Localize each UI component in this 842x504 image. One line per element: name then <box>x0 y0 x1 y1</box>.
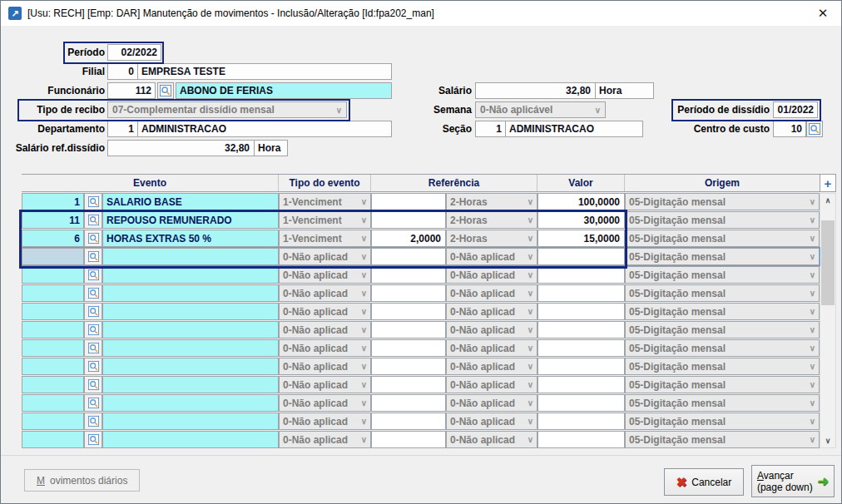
departamento-field[interactable]: 1 ADMINISTRACAO <box>107 121 392 137</box>
close-icon[interactable]: ✕ <box>812 3 834 23</box>
value-input[interactable]: 30,0000 <box>537 211 625 229</box>
event-code-cell[interactable] <box>22 431 84 448</box>
event-code-cell[interactable] <box>22 358 84 375</box>
advance-button[interactable]: Avançar (page down) ➜ <box>751 465 835 497</box>
salario-ref-field[interactable]: 32,80 Hora <box>107 140 288 156</box>
scroll-up-icon[interactable]: ∧ <box>820 194 835 207</box>
event-name-cell[interactable] <box>102 266 279 284</box>
scrollbar-thumb[interactable] <box>821 220 835 305</box>
cancel-button[interactable]: ✖ Cancelar <box>664 468 744 496</box>
reference-unit-select[interactable]: 0-Não aplicad∨ <box>446 394 537 412</box>
event-lookup-button[interactable] <box>84 394 102 412</box>
event-lookup-button[interactable] <box>84 303 102 320</box>
event-name-cell[interactable] <box>102 284 279 302</box>
reference-input[interactable] <box>371 248 446 265</box>
value-input[interactable] <box>537 321 625 338</box>
reference-input[interactable] <box>371 193 446 210</box>
event-name-cell[interactable]: REPOUSO REMUNERADO <box>102 211 279 229</box>
event-code-cell[interactable] <box>22 394 84 412</box>
value-input[interactable] <box>537 284 625 302</box>
reference-unit-select[interactable]: 0-Não aplicad∨ <box>446 431 537 448</box>
secao-field[interactable]: 1 ADMINISTRACAO <box>475 121 643 137</box>
event-name-cell[interactable] <box>102 339 279 357</box>
reference-unit-select[interactable]: 0-Não aplicad∨ <box>446 248 537 265</box>
event-name-cell[interactable] <box>102 321 279 338</box>
add-row-button[interactable]: + <box>820 174 836 192</box>
event-code-cell[interactable] <box>22 266 84 284</box>
reference-unit-select[interactable]: 2-Horas∨ <box>446 211 537 229</box>
reference-unit-select[interactable]: 0-Não aplicad∨ <box>446 266 537 284</box>
event-code-cell[interactable] <box>22 376 84 393</box>
event-type-select[interactable]: 1-Venciment∨ <box>279 193 371 210</box>
value-input[interactable] <box>537 376 625 393</box>
event-lookup-button[interactable] <box>84 284 102 302</box>
centro-custo-input[interactable]: 10 <box>773 121 806 137</box>
reference-unit-select[interactable]: 2-Horas∨ <box>446 230 537 247</box>
reference-input[interactable] <box>371 321 446 338</box>
reference-input[interactable] <box>371 339 446 357</box>
reference-unit-select[interactable]: 0-Não aplicad∨ <box>446 413 537 430</box>
origin-select[interactable]: 05-Digitação mensal∨ <box>625 431 820 448</box>
semana-select[interactable]: 0-Não aplicável ∨ <box>475 101 606 118</box>
value-input[interactable] <box>537 303 625 320</box>
movimentos-diarios-button[interactable]: Movimentos diários <box>24 469 140 492</box>
origin-select[interactable]: 05-Digitação mensal∨ <box>625 303 820 320</box>
reference-unit-select[interactable]: 0-Não aplicad∨ <box>446 284 537 302</box>
origin-select[interactable]: 05-Digitação mensal∨ <box>625 230 820 247</box>
event-lookup-button[interactable] <box>84 193 102 210</box>
event-code-cell[interactable] <box>22 303 84 320</box>
reference-unit-select[interactable]: 2-Horas∨ <box>446 193 537 210</box>
event-type-select[interactable]: 0-Não aplicad∨ <box>279 394 371 412</box>
filial-field[interactable]: 0 EMPRESA TESTE <box>107 63 392 80</box>
reference-input[interactable] <box>371 413 446 430</box>
salario-field[interactable]: 32,80 Hora <box>475 82 654 99</box>
event-type-select[interactable]: 0-Não aplicad∨ <box>279 376 371 393</box>
value-input[interactable] <box>537 394 625 412</box>
event-lookup-button[interactable] <box>84 211 102 229</box>
event-name-cell[interactable] <box>102 303 279 320</box>
event-lookup-button[interactable] <box>84 230 102 247</box>
event-lookup-button[interactable] <box>84 321 102 338</box>
reference-input[interactable] <box>371 303 446 320</box>
value-input[interactable] <box>537 248 625 265</box>
reference-input[interactable] <box>371 431 446 448</box>
event-type-select[interactable]: 0-Não aplicad∨ <box>279 266 371 284</box>
reference-input[interactable] <box>371 394 446 412</box>
origin-select[interactable]: 05-Digitação mensal∨ <box>625 193 820 210</box>
tipo-recibo-select[interactable]: 07-Complementar dissídio mensal ∨ <box>107 101 347 118</box>
origin-select[interactable]: 05-Digitação mensal∨ <box>625 321 820 338</box>
periodo-dissidio-input[interactable]: 01/2022 <box>773 101 818 118</box>
event-lookup-button[interactable] <box>84 339 102 357</box>
funcionario-lookup-button[interactable] <box>157 82 174 99</box>
event-code-cell[interactable] <box>22 413 84 430</box>
reference-unit-select[interactable]: 0-Não aplicad∨ <box>446 321 537 338</box>
event-code-cell[interactable]: 1 <box>22 193 84 210</box>
value-input[interactable]: 15,0000 <box>537 230 625 247</box>
reference-input[interactable] <box>371 284 446 302</box>
periodo-input[interactable]: 02/2022 <box>107 44 161 61</box>
event-type-select[interactable]: 0-Não aplicad∨ <box>279 284 371 302</box>
event-code-cell[interactable]: 11 <box>22 211 84 229</box>
origin-select[interactable]: 05-Digitação mensal∨ <box>625 413 820 430</box>
origin-select[interactable]: 05-Digitação mensal∨ <box>625 358 820 375</box>
event-name-cell[interactable] <box>102 394 279 412</box>
event-type-select[interactable]: 0-Não aplicad∨ <box>279 321 371 338</box>
origin-select[interactable]: 05-Digitação mensal∨ <box>625 248 820 265</box>
event-name-cell[interactable] <box>102 431 279 448</box>
event-type-select[interactable]: 0-Não aplicad∨ <box>279 413 371 430</box>
event-type-select[interactable]: 0-Não aplicad∨ <box>279 339 371 357</box>
event-lookup-button[interactable] <box>84 376 102 393</box>
event-type-select[interactable]: 0-Não aplicad∨ <box>279 248 371 265</box>
event-name-cell[interactable]: SALARIO BASE <box>102 193 279 210</box>
event-lookup-button[interactable] <box>84 358 102 375</box>
event-name-cell[interactable] <box>102 376 279 393</box>
reference-unit-select[interactable]: 0-Não aplicad∨ <box>446 339 537 357</box>
scroll-down-icon[interactable]: ∨ <box>820 434 835 447</box>
origin-select[interactable]: 05-Digitação mensal∨ <box>625 376 820 393</box>
origin-select[interactable]: 05-Digitação mensal∨ <box>625 339 820 357</box>
reference-unit-select[interactable]: 0-Não aplicad∨ <box>446 376 537 393</box>
event-code-cell[interactable] <box>22 339 84 357</box>
value-input[interactable] <box>537 266 625 284</box>
event-type-select[interactable]: 0-Não aplicad∨ <box>279 431 371 448</box>
event-code-cell[interactable] <box>22 321 84 338</box>
